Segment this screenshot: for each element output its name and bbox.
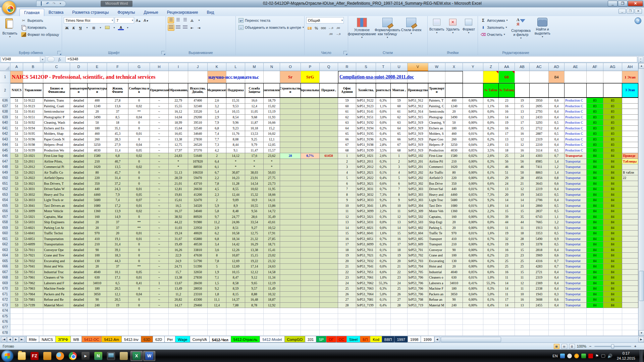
cell[interactable]: 12,26 xyxy=(226,247,245,253)
cell[interactable]: 84 xyxy=(603,258,622,264)
cell[interactable]: 0,00% xyxy=(463,220,483,225)
cell[interactable]: 35 xyxy=(515,214,530,220)
cell[interactable]: 53-7062 xyxy=(23,281,43,286)
row-header[interactable]: 655 xyxy=(0,203,10,209)
cell[interactable]: 18,79 xyxy=(264,98,280,104)
cell[interactable]: 16 xyxy=(499,126,515,131)
cell[interactable]: 16 xyxy=(499,269,515,275)
cell[interactable]: 55,3% xyxy=(376,281,391,286)
cell[interactable] xyxy=(301,137,320,142)
cell[interactable] xyxy=(169,319,188,325)
cell[interactable] xyxy=(320,231,338,236)
cell[interactable]: Air Traffic Co xyxy=(43,170,70,176)
cell[interactable]: 21 xyxy=(391,264,408,269)
cell[interactable]: SrP53_7081 xyxy=(356,297,376,303)
cell[interactable]: 17 xyxy=(499,131,515,137)
cell[interactable]: ~ xyxy=(150,286,169,292)
cell[interactable]: Machine Feede xyxy=(43,286,70,292)
cell[interactable]: 53-3033 xyxy=(23,197,43,203)
cell[interactable]: 21 xyxy=(515,181,530,187)
cell[interactable]: 90 xyxy=(445,247,463,253)
cell[interactable]: 20 xyxy=(445,225,463,231)
cell[interactable] xyxy=(301,181,320,187)
cell[interactable]: ~ xyxy=(150,170,169,176)
cell[interactable]: SrP53_5021 xyxy=(356,214,376,220)
cell[interactable]: Transportat xyxy=(565,203,587,209)
cell[interactable]: 9,1 xyxy=(226,148,245,154)
cell[interactable]: 21,01 xyxy=(169,181,188,187)
cell[interactable]: SrP53_3041 xyxy=(356,203,376,209)
cell[interactable]: 84 xyxy=(587,203,603,209)
sheet-tab-1997[interactable]: 1997 xyxy=(394,336,408,343)
cell[interactable] xyxy=(245,314,264,319)
cell[interactable] xyxy=(280,330,301,336)
cell[interactable]: 0,02 xyxy=(128,104,150,109)
cell[interactable]: 83 xyxy=(603,148,622,154)
cell[interactable]: ~ xyxy=(150,303,169,308)
cell[interactable] xyxy=(530,330,549,336)
cell[interactable]: 51,13 xyxy=(169,170,188,176)
cell[interactable]: 28 xyxy=(280,153,301,159)
cell[interactable]: 970 xyxy=(445,231,463,236)
cell[interactable]: 13,38 xyxy=(245,247,264,253)
cell[interactable]: 3490 xyxy=(445,115,463,120)
cell[interactable]: 0,6 xyxy=(549,181,565,187)
cell[interactable] xyxy=(565,314,587,319)
cell[interactable]: 100 xyxy=(88,253,107,258)
cell[interactable]: Heavy and Tra xyxy=(43,192,70,198)
cell[interactable]: 18,99 xyxy=(169,120,188,126)
cell[interactable]: 53 xyxy=(10,203,23,209)
cell[interactable]: 0,3% xyxy=(376,242,391,247)
cell[interactable] xyxy=(320,131,338,137)
cell[interactable] xyxy=(515,319,530,325)
cell[interactable]: 53-3041 xyxy=(23,203,43,209)
cell[interactable]: 16,26 xyxy=(169,247,188,253)
cell[interactable]: 4040 xyxy=(445,269,463,275)
font-family-select[interactable]: Times New Roі▾ xyxy=(64,17,114,23)
cell[interactable]: 14,37 xyxy=(226,297,245,303)
cell[interactable]: 8,58 xyxy=(226,281,245,286)
cell[interactable]: 0,0% xyxy=(483,120,499,126)
cell[interactable]: detailed xyxy=(70,214,88,220)
header-cell[interactable] xyxy=(565,83,587,98)
cell[interactable]: 1620 xyxy=(88,164,107,170)
header-cell[interactable]: Строительство xyxy=(376,83,391,98)
cell[interactable]: 51-9151 xyxy=(23,115,43,120)
cell[interactable]: Transportat xyxy=(565,247,587,253)
cell[interactable]: 90 xyxy=(445,297,463,303)
cell[interactable]: ~ xyxy=(150,153,169,159)
cell[interactable]: Production C xyxy=(565,109,587,115)
cell[interactable]: 11,87 xyxy=(245,120,264,126)
cell[interactable]: 7 xyxy=(338,186,356,192)
cell[interactable] xyxy=(280,208,301,214)
cell[interactable]: SrP51_9198 xyxy=(356,142,376,148)
cell[interactable]: 7411 xyxy=(530,164,549,170)
cell[interactable]: SrP53_602 xyxy=(408,225,428,231)
cell[interactable]: 84 xyxy=(603,253,622,258)
cell[interactable]: ~ xyxy=(150,275,169,281)
cell[interactable]: 3114 xyxy=(530,148,549,154)
header-cell[interactable]: Хозяйства, xyxy=(356,83,376,98)
cell[interactable] xyxy=(188,314,208,319)
cell[interactable] xyxy=(280,104,301,109)
cell[interactable]: 19 xyxy=(391,253,408,258)
cell[interactable] xyxy=(622,181,638,187)
cell[interactable]: detailed xyxy=(70,153,88,159)
cell[interactable] xyxy=(622,253,638,258)
cell[interactable] xyxy=(622,131,638,137)
header-cell[interactable] xyxy=(515,83,530,98)
row-header[interactable]: 1 xyxy=(0,71,10,83)
cell[interactable]: 20 xyxy=(88,225,107,231)
cell[interactable]: Molders, Shap xyxy=(43,131,70,137)
cell[interactable]: 2219 xyxy=(530,186,549,192)
cell[interactable] xyxy=(43,71,70,83)
cell[interactable]: 53 xyxy=(10,192,23,198)
cell[interactable]: 53 xyxy=(10,186,23,192)
cell[interactable]: Motor Vehicle xyxy=(43,208,70,214)
cell[interactable] xyxy=(301,258,320,264)
cell[interactable]: ** xyxy=(128,109,150,115)
cell[interactable]: 53-2022 xyxy=(23,175,43,181)
cell[interactable]: Painting, C xyxy=(428,104,445,109)
cell[interactable]: 56 xyxy=(499,159,515,165)
cell[interactable]: 8,08 xyxy=(226,137,245,142)
